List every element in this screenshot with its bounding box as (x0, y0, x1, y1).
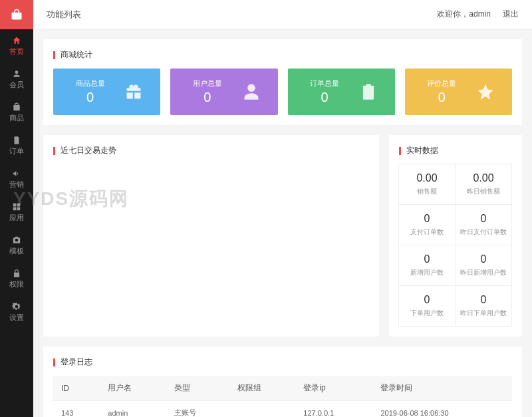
stat-label: 用户总量 (180, 78, 234, 88)
stat-value: 0 (180, 90, 234, 105)
breadcrumb: 功能列表 (47, 9, 81, 21)
logo[interactable] (0, 0, 33, 29)
welcome-text: 欢迎你，admin (437, 9, 491, 20)
stat-value: 0 (415, 90, 469, 105)
realtime-cell: 0昨日支付订单数 (455, 204, 512, 245)
panel-title: 近七日交易走势 (53, 145, 369, 164)
stat-card[interactable]: 订单总量0 (288, 69, 395, 115)
stat-value: 0 (298, 90, 352, 105)
realtime-value: 0 (402, 294, 452, 306)
sidebar-item-label: 权限 (9, 279, 24, 289)
realtime-label: 下单用户数 (402, 309, 452, 318)
realtime-label: 昨日新增用户数 (458, 268, 509, 277)
realtime-label: 昨日销售额 (458, 187, 509, 196)
speaker-icon (12, 169, 21, 178)
panel-title: 登录日志 (53, 356, 512, 376)
sidebar-item-label: 会员 (9, 80, 24, 90)
realtime-label: 昨日下单用户数 (458, 309, 509, 318)
stat-label: 评价总量 (415, 78, 469, 88)
table-header: 类型 (166, 376, 229, 401)
stat-card[interactable]: 商品总量0 (53, 69, 160, 115)
realtime-cell: 0.00昨日销售额 (455, 164, 512, 205)
gift-icon (117, 82, 150, 101)
sidebar-item-label: 首页 (9, 47, 24, 57)
log-table: ID用户名类型权限组登录ip登录时间 143admin主账号127.0.0.12… (53, 376, 512, 417)
sidebar-item-grid[interactable]: 应用 (0, 196, 33, 229)
user-icon (12, 69, 21, 78)
sidebar-item-label: 设置 (9, 313, 24, 323)
realtime-cell: 0新增用户数 (398, 245, 456, 286)
panel-title: 商城统计 (53, 49, 512, 69)
realtime-panel: 实时数据 0.00销售额0.00昨日销售额0支付订单数0昨日支付订单数0新增用户… (389, 135, 522, 337)
table-header: 登录ip (295, 376, 372, 401)
sidebar-item-lock[interactable]: 权限 (0, 262, 33, 295)
grid-icon (12, 202, 21, 211)
sidebar-item-gear[interactable]: 设置 (0, 295, 33, 329)
realtime-value: 0.00 (458, 172, 509, 184)
realtime-cell: 0.00销售额 (398, 164, 456, 205)
realtime-cell: 0昨日下单用户数 (455, 285, 512, 327)
person-icon (235, 82, 268, 101)
realtime-label: 销售额 (402, 187, 452, 196)
table-header: 权限组 (229, 376, 296, 401)
realtime-value: 0.00 (402, 172, 452, 184)
realtime-label: 昨日支付订单数 (458, 227, 509, 237)
panel-title: 实时数据 (399, 145, 512, 164)
table-cell: admin (100, 401, 166, 418)
table-cell: 主账号 (166, 401, 229, 418)
lock-icon (12, 269, 21, 278)
logout-link[interactable]: 退出 (503, 9, 519, 20)
table-cell (229, 401, 296, 418)
stat-label: 商品总量 (63, 78, 117, 88)
table-cell: 2019-06-08 16:06:30 (372, 401, 512, 418)
realtime-value: 0 (458, 294, 509, 306)
realtime-value: 0 (458, 213, 509, 225)
clipboard-icon (352, 82, 385, 101)
table-header: 登录时间 (372, 376, 512, 401)
sidebar-item-doc[interactable]: 订单 (0, 129, 33, 162)
stats-panel: 商城统计 商品总量0用户总量0订单总量0评价总量0 (43, 39, 522, 125)
stat-card[interactable]: 评价总量0 (405, 69, 512, 115)
realtime-cell: 0昨日新增用户数 (455, 245, 512, 286)
table-header: 用户名 (100, 376, 166, 401)
stat-value: 0 (63, 90, 117, 105)
sidebar-item-label: 商品 (9, 113, 24, 123)
sidebar-item-bag[interactable]: 商品 (0, 96, 33, 129)
realtime-cell: 0下单用户数 (398, 285, 456, 327)
realtime-cell: 0支付订单数 (398, 204, 456, 245)
table-header: ID (53, 376, 100, 401)
sidebar-item-label: 模板 (9, 246, 24, 256)
realtime-label: 新增用户数 (402, 268, 452, 277)
realtime-value: 0 (402, 213, 452, 225)
realtime-value: 0 (458, 253, 509, 265)
sidebar-item-label: 应用 (9, 213, 24, 223)
realtime-label: 支付订单数 (402, 227, 452, 237)
table-cell: 143 (53, 401, 100, 418)
log-panel: 登录日志 ID用户名类型权限组登录ip登录时间 143admin主账号127.0… (43, 347, 522, 417)
table-row: 143admin主账号127.0.0.12019-06-08 16:06:30 (53, 401, 512, 418)
realtime-value: 0 (402, 253, 452, 265)
stat-label: 订单总量 (298, 78, 352, 88)
trend-panel: 近七日交易走势 (43, 135, 379, 337)
camera-icon (12, 235, 21, 245)
doc-icon (12, 136, 21, 145)
sidebar-item-camera[interactable]: 模板 (0, 229, 33, 262)
home-icon (12, 36, 21, 45)
stat-card[interactable]: 用户总量0 (170, 69, 277, 115)
sidebar-item-user[interactable]: 会员 (0, 63, 33, 96)
sidebar-item-home[interactable]: 首页 (0, 29, 33, 63)
sidebar-item-speaker[interactable]: 营销 (0, 162, 33, 196)
table-cell: 127.0.0.1 (295, 401, 372, 418)
star-icon (469, 82, 502, 101)
bag-icon (12, 102, 21, 112)
sidebar: 首页会员商品订单营销应用模板权限设置 (0, 0, 33, 417)
sidebar-item-label: 营销 (9, 180, 24, 190)
sidebar-item-label: 订单 (9, 146, 24, 156)
topbar: 功能列表 欢迎你，admin 退出 (33, 0, 532, 29)
gear-icon (12, 302, 21, 311)
